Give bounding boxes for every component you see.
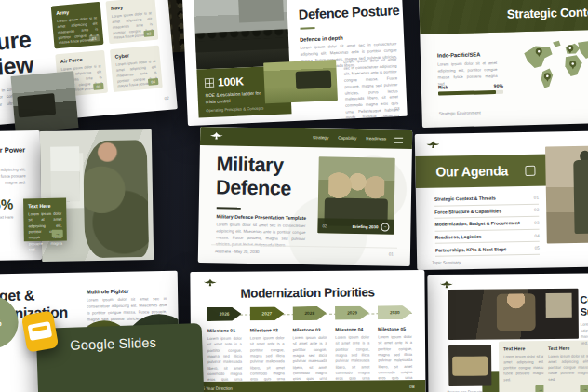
hero-photo: 02 Briefing 2030 → [317, 156, 394, 234]
top-nav-bar: Strategy Capability Readiness [200, 127, 412, 149]
gunner-photo [448, 289, 578, 340]
footer-label: Strategic Environment [439, 110, 481, 115]
page-number: 01 [389, 252, 394, 257]
side-body: Lorem ipsum dolor sit amet sec in consec… [343, 57, 399, 126]
panel-footer: Operating Principles & Concepts [206, 105, 263, 113]
branch-card-cyber[interactable]: Cyber Lorem ipsum dolor si at amet adipi… [110, 46, 163, 92]
card-number-badge: 04 [148, 78, 159, 86]
fragment-heading: Air Power [0, 145, 25, 155]
card-button[interactable]: → [580, 385, 588, 392]
page-number: 03 [394, 106, 399, 111]
vehicle-photo [448, 345, 491, 386]
branch-card-navy[interactable]: Navy Lorem ipsum dolor si at amet adipis… [105, 0, 158, 44]
risk-row: Risk 90% [438, 83, 503, 90]
slide-title: Defence Posture [299, 3, 400, 22]
text-card: Text Here Lorem ipsum dolor sit at amet … [499, 341, 550, 392]
slide-modernization-priorities: Modernization Priorities 2026 2027 2028 … [190, 270, 425, 392]
slide-strategic-context: Strategic Context Indo-Pacific/SEA Lorem… [419, 0, 588, 128]
google-slides-badge[interactable]: Google Slides [36, 323, 205, 392]
badge-label: Google Slides [70, 335, 156, 353]
footer-label: Topic Summary [432, 260, 461, 265]
grid-icon [205, 78, 214, 88]
slides-collage: Structure Overview Lorem ipsum dolor sit… [0, 0, 588, 392]
brand-eagle-icon [426, 141, 440, 149]
slide-defence-posture: 100K ROE & escalation ladder for crisis … [180, 0, 408, 126]
side-body: Lorem ipsum dolor sit at amet adipiscing… [581, 321, 588, 346]
card-number-badge: 02 [143, 30, 154, 37]
title-divider [217, 207, 241, 209]
risk-progress-fill [438, 90, 496, 96]
fragment-caption: Simple Text Here [0, 214, 13, 220]
timeline-year[interactable]: 2029 [335, 305, 369, 319]
timeline-year[interactable]: 2030 [378, 305, 412, 319]
risk-progress-track [438, 90, 503, 96]
photo-tag: 02 [322, 223, 327, 228]
photo-caption-band: 02 Briefing 2030 → [317, 218, 394, 234]
brand-eagle-icon [203, 278, 217, 287]
nav-item-capability[interactable]: Capability [338, 136, 356, 141]
section-heading: Defence in depth [300, 35, 343, 43]
page-number: 02 [164, 96, 169, 101]
nav-item-strategy[interactable]: Strategy [313, 135, 328, 140]
header-band: Strategic Context [419, 0, 588, 34]
text-card: Text Here Lorem ipsum dolor sit at amet … [543, 341, 588, 392]
timeline-year[interactable]: 2026 [207, 307, 242, 321]
fragment-body: Lorem ipsum dolor sit at amet adipiscing… [0, 167, 26, 187]
overlay-title: Text Here [28, 203, 61, 210]
overlay-button[interactable]: → [52, 230, 63, 237]
troops-photo [193, 0, 289, 70]
page-number: 08 [409, 385, 414, 392]
slide-title: Strategic Context [507, 5, 588, 21]
google-slides-icon[interactable] [21, 310, 59, 352]
stat-value: 100K [218, 74, 244, 88]
card-number-badge: 01 [89, 34, 100, 42]
slide-title: Modernization Priorities [190, 285, 424, 301]
cta-circle-arrow-icon[interactable]: → [381, 223, 389, 231]
agenda-list: Strategic Context & Threats 01 Force Str… [434, 192, 540, 257]
timeline-chevrons: 2026 2027 2028 2029 2030 [207, 305, 412, 321]
main-title: Military Defence [216, 153, 292, 201]
nav-item-readiness[interactable]: Readiness [366, 136, 386, 141]
timeline-year[interactable]: 2027 [249, 306, 284, 320]
frame-icon [525, 166, 535, 176]
timeline-year[interactable]: 2028 [292, 306, 327, 320]
agenda-photo [545, 145, 588, 244]
jeep-photo [263, 60, 338, 103]
world-map [510, 36, 588, 118]
fragment-stat: 45% [0, 196, 13, 212]
footer-meta: Australia · May 20, 2030 [215, 249, 260, 254]
card-number-badge: 03 [93, 83, 104, 90]
hamburger-menu-icon[interactable] [394, 138, 403, 143]
agenda-row: Partnerships, KPIs & Next Steps 05 [435, 242, 540, 257]
stat-caption: ROE & escalation ladder for crisis contr… [205, 90, 261, 106]
slide-our-agenda: Our Agenda Strategic Context & Threats 0… [415, 130, 588, 270]
convoy-photo-card [10, 71, 78, 134]
brand-eagle-icon [439, 280, 453, 289]
region-label: Indo-Pacific/SEA [437, 51, 481, 58]
slide-military-defence: Strategy Capability Readiness Military D… [198, 127, 413, 266]
agenda-title: Our Agenda [435, 163, 508, 179]
slide-photo-feature: Text Here Lorem ipsum dolor sit at amet … [40, 129, 154, 262]
footer-band: 5 Year Direction 08 [191, 380, 425, 392]
side-heading: Combat & Support [581, 293, 588, 318]
branch-card-army[interactable]: Army Lorem ipsum dolor si at amet adipis… [51, 2, 104, 48]
subtitle: Military Defence Presentation Template [217, 213, 307, 221]
section-heading: Multirole Fighter [87, 289, 129, 295]
slide-capability: Text Here Lorem ipsum dolor sit at amet … [427, 273, 588, 392]
brand-eagle-icon [209, 131, 223, 140]
photo-overlay-card: Text Here Lorem ipsum dolor sit at amet … [23, 198, 67, 242]
photo-cta-label[interactable]: Briefing 2030 [353, 223, 379, 228]
footer-label: 5 Year Direction [202, 386, 233, 392]
title-divider [301, 27, 315, 30]
